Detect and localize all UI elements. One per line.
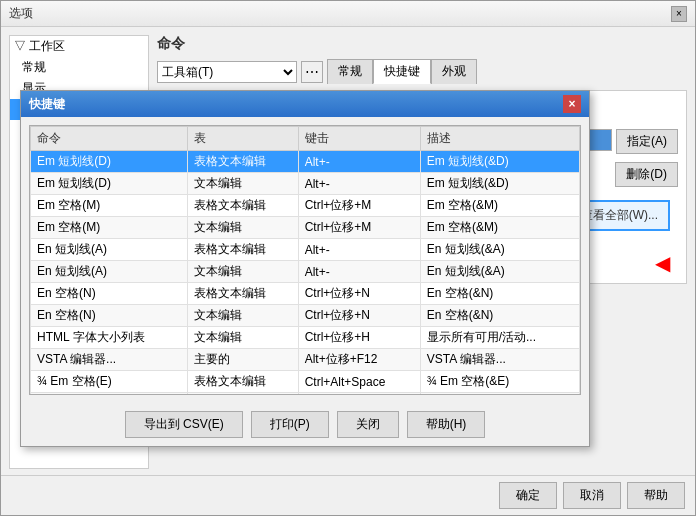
table-row[interactable]: ¾ Em 空格(E) 表格文本编辑 Ctrl+Alt+Space ¾ Em 空格… [31, 371, 580, 393]
cell-desc: Em 空格(&M) [420, 195, 579, 217]
cell-table: 文本编辑 [187, 305, 298, 327]
cell-cmd: En 短划线(A) [31, 239, 188, 261]
table-row[interactable]: En 短划线(A) 表格文本编辑 Alt+- En 短划线(&A) [31, 239, 580, 261]
cell-desc: En 空格(&N) [420, 305, 579, 327]
close-button[interactable]: 关闭 [337, 411, 399, 438]
cell-key: Alt+- [298, 239, 420, 261]
shortcut-titlebar: 快捷键 × [21, 91, 589, 117]
bottom-bar: 确定 取消 帮助 [1, 475, 695, 515]
cell-key: Ctrl+Alt+Space [298, 393, 420, 396]
cell-cmd: Em 短划线(D) [31, 173, 188, 195]
cell-desc: En 短划线(&A) [420, 261, 579, 283]
confirm-button[interactable]: 确定 [499, 482, 557, 509]
cell-table: 文本编辑 [187, 327, 298, 349]
cell-desc: En 短划线(&A) [420, 239, 579, 261]
panel-title: 命令 [157, 35, 687, 53]
delete-button[interactable]: 删除(D) [615, 162, 678, 187]
toolbar-row: 工具箱(T) ⋯ 常规 快捷键 外观 [157, 59, 687, 84]
help-button[interactable]: 帮助 [627, 482, 685, 509]
main-close-button[interactable]: × [671, 6, 687, 22]
cell-cmd: ¾ Em 空格(E) [31, 371, 188, 393]
export-csv-button[interactable]: 导出到 CSV(E) [125, 411, 243, 438]
table-row[interactable]: Em 短划线(D) 文本编辑 Alt+- Em 短划线(&D) [31, 173, 580, 195]
cell-key: Ctrl+位移+M [298, 195, 420, 217]
sidebar-item-normal[interactable]: 常规 [10, 57, 148, 78]
col-header-table: 表 [187, 127, 298, 151]
cell-cmd: Em 空格(M) [31, 195, 188, 217]
cell-desc: VSTA 编辑器... [420, 349, 579, 371]
shortcut-bottom-bar: 导出到 CSV(E) 打印(P) 关闭 帮助(H) [21, 403, 589, 446]
table-row[interactable]: En 短划线(A) 文本编辑 Alt+- En 短划线(&A) [31, 261, 580, 283]
table-row[interactable]: Em 短划线(D) 表格文本编辑 Alt+- Em 短划线(&D) [31, 151, 580, 173]
col-header-cmd: 命令 [31, 127, 188, 151]
cell-cmd: Em 短划线(D) [31, 151, 188, 173]
print-button[interactable]: 打印(P) [251, 411, 329, 438]
cell-cmd: ¾ Em 空格(E) [31, 393, 188, 396]
main-titlebar: 选项 × [1, 1, 695, 27]
cell-cmd: En 空格(N) [31, 305, 188, 327]
cell-key: Ctrl+位移+N [298, 305, 420, 327]
shortcut-dialog-title: 快捷键 [29, 96, 65, 113]
tabs: 常规 快捷键 外观 [327, 59, 477, 84]
toolbar-select[interactable]: 工具箱(T) [157, 61, 297, 83]
cell-cmd: VSTA 编辑器... [31, 349, 188, 371]
cell-table: 表格文本编辑 [187, 371, 298, 393]
table-row[interactable]: Em 空格(M) 表格文本编辑 Ctrl+位移+M Em 空格(&M) [31, 195, 580, 217]
cell-key: Ctrl+位移+H [298, 327, 420, 349]
cell-table: 文本编辑 [187, 261, 298, 283]
assign-button[interactable]: 指定(A) [616, 129, 678, 154]
cell-desc: Em 短划线(&D) [420, 151, 579, 173]
cell-desc: En 空格(&N) [420, 283, 579, 305]
cell-desc: Em 短划线(&D) [420, 173, 579, 195]
cell-table: 表格文本编辑 [187, 283, 298, 305]
table-row[interactable]: En 空格(N) 表格文本编辑 Ctrl+位移+N En 空格(&N) [31, 283, 580, 305]
tab-shortcuts[interactable]: 快捷键 [373, 59, 431, 84]
cell-table: 表格文本编辑 [187, 151, 298, 173]
cell-desc: 显示所有可用/活动... [420, 327, 579, 349]
shortcut-table-container: 命令 表 键击 描述 Em 短划线(D) 表格文本编辑 Alt+- Em 短划线… [29, 125, 581, 395]
shortcut-table: 命令 表 键击 描述 Em 短划线(D) 表格文本编辑 Alt+- Em 短划线… [30, 126, 580, 395]
cell-cmd: En 空格(N) [31, 283, 188, 305]
sidebar-item-workspace[interactable]: ▽ 工作区 [10, 36, 148, 57]
help-shortcut-button[interactable]: 帮助(H) [407, 411, 486, 438]
cell-key: Alt+- [298, 261, 420, 283]
table-row[interactable]: ¾ Em 空格(E) 文本编辑 Ctrl+Alt+Space ¾ Em 空格(&… [31, 393, 580, 396]
table-row[interactable]: Em 空格(M) 文本编辑 Ctrl+位移+M Em 空格(&M) [31, 217, 580, 239]
col-header-key: 键击 [298, 127, 420, 151]
cell-table: 文本编辑 [187, 217, 298, 239]
tab-general[interactable]: 常规 [327, 59, 373, 84]
cell-desc: ¾ Em 空格(&E) [420, 371, 579, 393]
table-row[interactable]: En 空格(N) 文本编辑 Ctrl+位移+N En 空格(&N) [31, 305, 580, 327]
table-row[interactable]: HTML 字体大小列表 文本编辑 Ctrl+位移+H 显示所有可用/活动... [31, 327, 580, 349]
cell-desc: ¾ Em 空格(&E) [420, 393, 579, 396]
table-row[interactable]: VSTA 编辑器... 主要的 Alt+位移+F12 VSTA 编辑器... [31, 349, 580, 371]
cell-cmd: HTML 字体大小列表 [31, 327, 188, 349]
cell-table: 表格文本编辑 [187, 195, 298, 217]
cell-table: 文本编辑 [187, 393, 298, 396]
cell-key: Ctrl+位移+N [298, 283, 420, 305]
cell-table: 主要的 [187, 349, 298, 371]
cell-key: Alt+- [298, 173, 420, 195]
shortcut-dialog: 快捷键 × 命令 表 键击 描述 Em 短划线(D) 表格文本编辑 Alt+- … [20, 90, 590, 447]
cell-key: Ctrl+位移+M [298, 217, 420, 239]
cell-table: 表格文本编辑 [187, 239, 298, 261]
cell-key: Alt+- [298, 151, 420, 173]
red-arrow-icon: ◀ [655, 251, 670, 275]
cell-table: 文本编辑 [187, 173, 298, 195]
cell-key: Ctrl+Alt+Space [298, 371, 420, 393]
toolbar-icon-button[interactable]: ⋯ [301, 61, 323, 83]
shortcut-close-button[interactable]: × [563, 95, 581, 113]
tab-appearance[interactable]: 外观 [431, 59, 477, 84]
cell-cmd: Em 空格(M) [31, 217, 188, 239]
main-title: 选项 [9, 5, 33, 22]
cell-desc: Em 空格(&M) [420, 217, 579, 239]
cell-key: Alt+位移+F12 [298, 349, 420, 371]
cancel-button[interactable]: 取消 [563, 482, 621, 509]
col-header-desc: 描述 [420, 127, 579, 151]
cell-cmd: En 短划线(A) [31, 261, 188, 283]
